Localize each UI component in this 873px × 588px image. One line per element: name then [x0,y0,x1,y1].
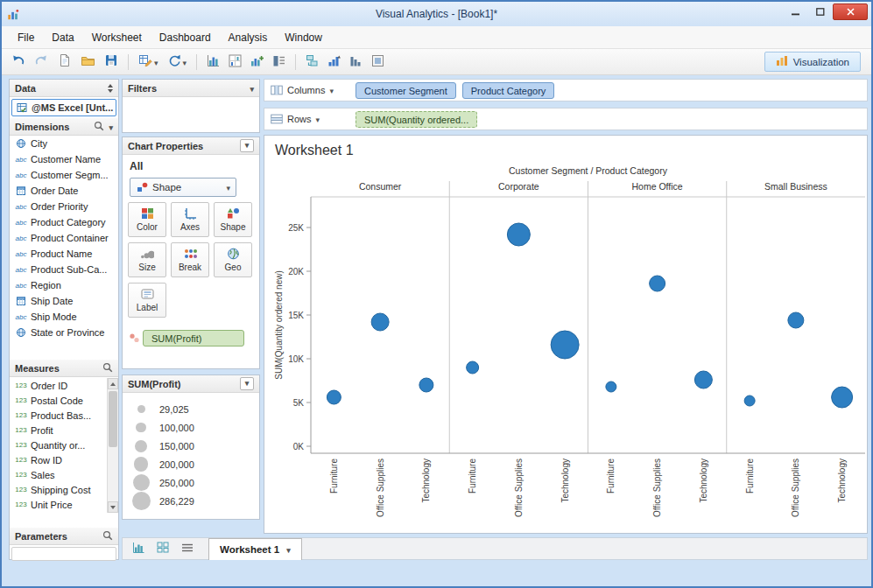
scroll-down-button[interactable] [108,501,118,513]
bubble-mark[interactable] [694,371,712,388]
axes-button[interactable]: Axes [171,202,209,237]
swap-axes-button[interactable] [304,52,320,72]
dimension-item-state-or-province[interactable]: State or Province [10,325,118,340]
close-button[interactable] [833,4,868,20]
size-button[interactable]: Size [128,242,166,277]
new-file-button[interactable] [56,52,74,72]
measure-item-unit-price[interactable]: 123Unit Price [10,497,107,512]
data-source-item[interactable]: @MS Excel [Unt... [11,99,116,116]
measure-item-row-id[interactable]: 123Row ID [10,452,107,467]
menu-item-dashboard[interactable]: Dashboard [151,27,220,48]
measure-item-product-bas[interactable]: 123Product Bas... [10,408,107,423]
legend-item[interactable]: 100,000 [123,418,259,437]
bubble-mark[interactable] [788,312,804,328]
menu-item-analysis[interactable]: Analysis [220,27,277,48]
legend-item[interactable]: 29,025 [123,400,259,418]
measure-item-order-id[interactable]: 123Order ID [10,378,107,393]
dimension-item-product-category[interactable]: abcProduct Category [10,214,118,230]
sort-ascending-icon [327,54,341,70]
mark-type-select[interactable]: Shape [130,178,236,197]
pill-product-category[interactable]: Product Category [462,82,555,99]
shape-button[interactable]: Shape [214,202,252,237]
dimension-item-order-priority[interactable]: abcOrder Priority [10,199,118,214]
undo-button[interactable] [9,52,27,72]
chart-plus-button[interactable] [249,52,265,72]
menu-item-data[interactable]: Data [43,27,82,48]
legend-item[interactable]: 286,229 [123,492,259,510]
legend-item[interactable]: 200,000 [123,455,259,473]
visualization-toggle[interactable]: Visualization [764,52,861,72]
dimension-item-ship-date[interactable]: Ship Date [10,293,118,309]
dimension-item-product-name[interactable]: abcProduct Name [10,246,118,262]
measure-item-postal-code[interactable]: 123Postal Code [10,393,107,408]
bubble-mark[interactable] [467,361,479,374]
measure-item-quantity-or[interactable]: 123Quantity or... [10,438,107,452]
card-menu-button[interactable] [240,377,254,390]
bubble-mark[interactable] [371,313,389,331]
break-button[interactable]: Break [171,242,209,277]
bubble-mark[interactable] [327,390,341,404]
menu-item-file[interactable]: File [9,27,43,48]
sort-descending-button[interactable] [348,52,364,72]
redo-button[interactable] [32,52,51,72]
bubble-mark[interactable] [551,331,579,359]
sort-ascending-button[interactable] [326,52,342,72]
dimension-item-city[interactable]: City [10,136,118,151]
bubble-mark[interactable] [744,396,755,406]
refresh-button[interactable] [165,52,189,72]
bubble-mark[interactable] [832,387,853,408]
add-chart-button[interactable] [205,52,222,72]
sum-profit-pill[interactable]: SUM(Profit) [143,330,244,346]
measure-item-profit[interactable]: 123Profit [10,423,107,438]
legend-item[interactable]: 150,000 [123,437,259,455]
chevron-down-icon[interactable] [316,113,320,125]
measures-scrollbar[interactable] [107,378,118,513]
new-dashboard-button[interactable] [152,540,173,557]
dimension-item-product-sub-ca[interactable]: abcProduct Sub-Ca... [10,262,118,277]
design-button[interactable] [137,52,160,72]
bubble-mark[interactable] [650,276,665,291]
scrollbar-thumb[interactable] [109,391,117,447]
geo-button[interactable]: Geo [214,242,252,277]
dimension-item-product-container[interactable]: abcProduct Container [10,230,118,246]
search-icon[interactable] [102,530,113,542]
dimension-item-order-date[interactable]: Order Date [10,183,118,199]
card-menu-button[interactable] [240,139,254,152]
measure-item-shipping-cost[interactable]: 123Shipping Cost [10,482,107,497]
open-button[interactable] [79,52,97,72]
pill-sum-quantity-ordered[interactable]: SUM(Quantity ordered... [356,111,477,128]
chevron-down-icon[interactable] [109,122,113,132]
columns-shelf[interactable]: Columns Customer SegmentProduct Category [264,79,868,102]
new-worksheet-button[interactable] [128,540,149,557]
label-button[interactable]: Label [128,283,166,318]
chevron-down-icon[interactable] [286,544,291,555]
maximize-button[interactable] [808,4,832,20]
measure-item-sales[interactable]: 123Sales [10,467,107,482]
grid-chart-button[interactable] [227,52,243,72]
legend-item[interactable]: 250,000 [123,473,259,492]
dimension-item-ship-mode[interactable]: abcShip Mode [10,309,118,325]
bubble-mark[interactable] [507,223,530,246]
sort-fields-icon[interactable] [108,84,113,93]
bubble-mark[interactable] [419,378,433,392]
pill-customer-segment[interactable]: Customer Segment [356,82,456,99]
menu-item-worksheet[interactable]: Worksheet [83,27,151,48]
chevron-down-icon[interactable] [250,83,254,94]
chart-lines-button[interactable] [271,52,287,72]
menu-item-window[interactable]: Window [276,27,331,48]
save-button[interactable] [102,52,120,72]
sheet-list-button[interactable] [177,540,198,557]
tab-worksheet-1[interactable]: Worksheet 1 [208,538,302,560]
rows-shelf[interactable]: Rows SUM(Quantity ordered... [264,108,868,130]
fit-button[interactable] [370,52,386,72]
dimension-item-region[interactable]: abcRegion [10,277,118,293]
chevron-down-icon[interactable] [329,84,334,96]
bubble-mark[interactable] [606,382,616,392]
scroll-up-button[interactable] [108,378,118,389]
dimension-item-customer-segm[interactable]: abcCustomer Segm... [10,167,118,183]
search-icon[interactable] [102,362,113,374]
color-button[interactable]: Color [128,202,166,237]
dimension-item-customer-name[interactable]: abcCustomer Name [10,151,118,167]
minimize-button[interactable] [784,4,807,20]
search-icon[interactable] [94,121,104,133]
